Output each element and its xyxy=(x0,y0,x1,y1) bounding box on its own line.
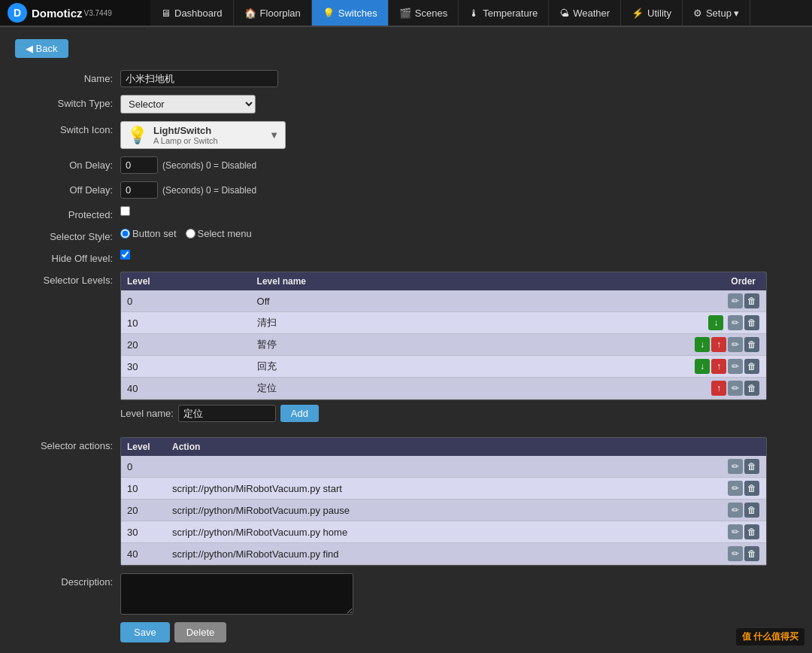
move-up-button[interactable]: ↑ xyxy=(711,381,726,396)
temperature-icon: 🌡 xyxy=(469,8,479,19)
selector-levels-row: Selector Levels: Level Level name Order … xyxy=(15,272,797,430)
nav-tab-utility[interactable]: ⚡Utility xyxy=(621,0,683,26)
move-up-button[interactable]: ↑ xyxy=(711,359,726,374)
watermark: 值 什么值得买 xyxy=(736,628,804,645)
name-input[interactable] xyxy=(120,70,278,87)
delete-level-button[interactable]: 🗑 xyxy=(744,381,759,396)
logo-name: Domoticz xyxy=(32,7,83,20)
action-table-wrapper: Level Action 0✏🗑10script://python/MiRobo… xyxy=(120,437,767,566)
selector-levels-control: Level Level name Order 0Off ✏🗑10清扫↓ ✏🗑20… xyxy=(120,272,767,430)
description-row: Description: xyxy=(15,573,797,615)
delete-level-button[interactable]: 🗑 xyxy=(744,359,759,374)
edit-action-button[interactable]: ✏ xyxy=(728,524,743,539)
back-button[interactable]: ◀ Back xyxy=(15,39,68,58)
selector-actions-control: Level Action 0✏🗑10script://python/MiRobo… xyxy=(120,437,767,566)
edit-level-button[interactable]: ✏ xyxy=(728,315,743,330)
edit-action-button[interactable]: ✏ xyxy=(728,481,743,496)
delete-button[interactable]: Delete xyxy=(174,622,227,642)
move-down-button[interactable]: ↓ xyxy=(695,337,710,352)
hide-off-row: Hide Off level: xyxy=(15,250,797,264)
move-down-button[interactable]: ↓ xyxy=(695,359,710,374)
action-buttons: Save Delete xyxy=(120,622,226,642)
on-delay-label: On Delay: xyxy=(15,156,120,171)
protected-control xyxy=(120,206,130,216)
on-delay-row: On Delay: (Seconds) 0 = Disabled xyxy=(15,156,797,174)
on-delay-input[interactable] xyxy=(120,156,158,174)
logo-icon: D xyxy=(8,3,27,23)
edit-level-button[interactable]: ✏ xyxy=(728,293,743,308)
col-level: Level xyxy=(121,272,251,290)
nav-tab-scenes[interactable]: 🎬Scenes xyxy=(389,0,459,26)
selector-actions-row: Selector actions: Level Action 0✏🗑10scri… xyxy=(15,437,797,566)
delete-action-button[interactable]: 🗑 xyxy=(744,481,759,496)
radio-button-set-input[interactable] xyxy=(120,229,130,238)
switch-icon-row: Switch Icon: 💡 Light/Switch A Lamp or Sw… xyxy=(15,121,797,149)
edit-action-button[interactable]: ✏ xyxy=(728,546,743,561)
table-row: 0Off ✏🗑 xyxy=(121,290,766,312)
switch-type-control: SelectorOn/OffDimmerPush OnPush OffDoor … xyxy=(120,95,256,114)
move-up-button[interactable]: ↑ xyxy=(711,337,726,352)
radio-select-menu-input[interactable] xyxy=(186,229,195,238)
selector-levels-table: Level Level name Order 0Off ✏🗑10清扫↓ ✏🗑20… xyxy=(121,272,766,399)
weather-label: Weather xyxy=(573,8,610,19)
switch-icon-control: 💡 Light/Switch A Lamp or Switch ▼ xyxy=(120,121,286,149)
table-row: 30回充↓↑✏🗑 xyxy=(121,356,766,378)
nav-tabs: 🖥Dashboard🏠Floorplan💡Switches🎬Scenes🌡Tem… xyxy=(150,0,750,26)
nav-tab-weather[interactable]: 🌤Weather xyxy=(549,0,621,26)
delete-level-button[interactable]: 🗑 xyxy=(744,293,759,308)
off-delay-note: (Seconds) 0 = Disabled xyxy=(162,185,256,196)
nav-tab-setup[interactable]: ⚙Setup ▾ xyxy=(683,0,751,26)
selector-levels-table-wrapper: Level Level name Order 0Off ✏🗑10清扫↓ ✏🗑20… xyxy=(120,272,767,400)
radio-button-set[interactable]: Button set xyxy=(120,228,177,239)
edit-level-button[interactable]: ✏ xyxy=(728,381,743,396)
switch-type-select[interactable]: SelectorOn/OffDimmerPush OnPush OffDoor … xyxy=(120,95,256,114)
logo-version: V3.7449 xyxy=(84,9,112,17)
nav-tab-floorplan[interactable]: 🏠Floorplan xyxy=(234,0,312,26)
delete-action-button[interactable]: 🗑 xyxy=(744,503,759,518)
selector-style-control: Button set Select menu xyxy=(120,228,261,239)
chevron-down-icon: ▼ xyxy=(269,129,279,141)
switches-label: Switches xyxy=(338,8,377,19)
level-name-label: Level name: xyxy=(120,408,174,419)
icon-desc: A Lamp or Switch xyxy=(153,136,218,145)
delete-action-button[interactable]: 🗑 xyxy=(744,524,759,539)
radio-select-menu[interactable]: Select menu xyxy=(186,228,252,239)
edit-action-button[interactable]: ✏ xyxy=(728,503,743,518)
hide-off-control xyxy=(120,250,130,260)
protected-row: Protected: xyxy=(15,206,797,220)
selector-style-row: Selector Style: Button set Select menu xyxy=(15,228,797,242)
table-row: 20暂停↓↑✏🗑 xyxy=(121,334,766,356)
off-delay-control: (Seconds) 0 = Disabled xyxy=(120,181,256,199)
nav-tab-dashboard[interactable]: 🖥Dashboard xyxy=(150,0,234,26)
selector-style-label: Selector Style: xyxy=(15,228,120,242)
nav-tab-switches[interactable]: 💡Switches xyxy=(312,0,389,26)
delete-level-button[interactable]: 🗑 xyxy=(744,315,759,330)
floorplan-icon: 🏠 xyxy=(244,8,256,19)
delete-action-button[interactable]: 🗑 xyxy=(744,546,759,561)
scenes-label: Scenes xyxy=(415,8,447,19)
protected-checkbox[interactable] xyxy=(120,206,130,216)
save-button[interactable]: Save xyxy=(120,622,170,642)
edit-level-button[interactable]: ✏ xyxy=(728,359,743,374)
edit-level-button[interactable]: ✏ xyxy=(728,337,743,352)
delete-level-button[interactable]: 🗑 xyxy=(744,337,759,352)
delete-action-button[interactable]: 🗑 xyxy=(744,459,759,474)
temperature-label: Temperature xyxy=(483,8,538,19)
action-col-controls xyxy=(651,438,766,456)
switch-icon-dropdown[interactable]: 💡 Light/Switch A Lamp or Switch ▼ xyxy=(120,121,286,149)
add-level-button[interactable]: Add xyxy=(280,405,319,422)
off-delay-row: Off Delay: (Seconds) 0 = Disabled xyxy=(15,181,797,199)
on-delay-note: (Seconds) 0 = Disabled xyxy=(162,160,256,171)
off-delay-input[interactable] xyxy=(120,181,158,199)
description-textarea[interactable] xyxy=(120,573,353,615)
edit-action-button[interactable]: ✏ xyxy=(728,459,743,474)
hide-off-checkbox[interactable] xyxy=(120,250,130,260)
move-down-button[interactable]: ↓ xyxy=(708,315,723,330)
action-buttons-row: Save Delete xyxy=(15,622,797,642)
table-row: 0✏🗑 xyxy=(121,456,766,478)
hide-off-label: Hide Off level: xyxy=(15,250,120,264)
nav-tab-temperature[interactable]: 🌡Temperature xyxy=(459,0,549,26)
level-name-input[interactable] xyxy=(178,405,276,422)
setup-icon: ⚙ xyxy=(693,8,702,19)
switch-type-label: Switch Type: xyxy=(15,95,120,109)
